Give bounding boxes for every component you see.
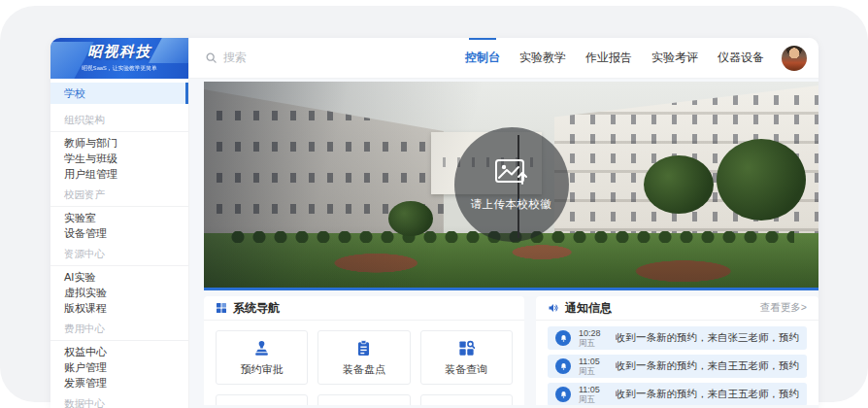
sidebar-section-data: 数据中心 — [50, 391, 188, 408]
sidebar-section-resources: 资源中心 — [50, 241, 188, 266]
sidebar-item-labs[interactable]: 实验室 — [50, 210, 188, 225]
system-nav-panel: 系统导航 预约审批 — [204, 296, 524, 405]
notification-time: 11:05 周五 — [579, 385, 608, 405]
grid-search-icon — [457, 339, 476, 357]
sidebar-item-school[interactable]: 学校 — [50, 83, 188, 104]
bell-badge — [555, 358, 571, 374]
main-area: 搜索 控制台 实验教学 作业报告 实验考评 仪器设备 — [189, 38, 818, 408]
bell-icon — [559, 391, 568, 399]
grid-icon — [216, 302, 227, 314]
app-window: 昭视科技 昭视SaaS，让实验教学更简单 学校 组织架构 教师与部门 学生与班级… — [50, 38, 818, 408]
nav-card-query[interactable]: 装备查询 — [420, 330, 513, 385]
nav-card-label: 装备盘点 — [343, 362, 385, 377]
tab-experiment-assessment[interactable]: 实验考评 — [651, 50, 698, 66]
topbar: 搜索 控制台 实验教学 作业报告 实验考评 仪器设备 — [189, 38, 818, 79]
notification-time: 10:28 周五 — [579, 328, 608, 349]
tab-experiment-teaching[interactable]: 实验教学 — [519, 50, 566, 66]
tab-console[interactable]: 控制台 — [465, 50, 500, 66]
system-nav-header: 系统导航 — [204, 296, 524, 321]
search-placeholder: 搜索 — [223, 50, 247, 66]
bell-icon — [559, 334, 568, 343]
notification-text: 收到一条新的预约，来自张三老师，预约单号为：Y-0044，请尽快处理。 — [616, 331, 799, 345]
sidebar-item-courses[interactable]: 版权课程 — [50, 300, 188, 316]
sidebar-item-virtual-lab[interactable]: 虚拟实验 — [50, 285, 188, 300]
brand-tagline: 昭视SaaS，让实验教学更简单 — [70, 65, 169, 73]
notification-title: 通知信息 — [565, 300, 612, 317]
nav-card-partial[interactable] — [317, 394, 410, 405]
tab-homework-report[interactable]: 作业报告 — [585, 50, 632, 66]
upload-school-badge-button[interactable]: 请上传本校校徽 — [454, 127, 569, 242]
sidebar-item-user-groups[interactable]: 用户组管理 — [50, 166, 188, 182]
notification-time: 11:05 周五 — [579, 357, 608, 377]
top-tabs: 控制台 实验教学 作业报告 实验考评 仪器设备 — [465, 50, 764, 66]
bottom-panels: 系统导航 预约审批 — [204, 296, 818, 405]
search-icon — [205, 51, 217, 64]
bell-badge — [555, 387, 571, 402]
content-area: 请上传本校校徽 系统导航 — [189, 79, 818, 408]
sidebar-menu: 学校 组织架构 教师与部门 学生与班级 用户组管理 校园资产 实验室 设备管理 … — [50, 79, 188, 408]
upload-prompt: 请上传本校校徽 — [471, 197, 552, 212]
sidebar-section-billing: 费用中心 — [50, 316, 188, 341]
notification-text: 收到一条新的预约，来自王五老师，预约单号为：Y-0056，请尽快处理。 — [616, 359, 799, 373]
notification-row[interactable]: 11:05 周五 收到一条新的预约，来自王五老师，预约单号为：Y-0056，请尽… — [548, 383, 807, 405]
bell-badge — [555, 330, 571, 346]
notification-row[interactable]: 11:05 周五 收到一条新的预约，来自王五老师，预约单号为：Y-0056，请尽… — [548, 355, 807, 378]
avatar[interactable] — [782, 46, 807, 71]
desktop-frame: 昭视科技 昭视SaaS，让实验教学更简单 学校 组织架构 教师与部门 学生与班级… — [0, 6, 868, 402]
sidebar-item-students[interactable]: 学生与班级 — [50, 151, 188, 166]
nav-card-partial[interactable] — [420, 394, 513, 405]
search-input[interactable]: 搜索 — [205, 50, 247, 66]
nav-card-grid: 预约审批 装备盘点 — [204, 321, 524, 405]
sidebar-item-teachers[interactable]: 教师与部门 — [50, 135, 188, 151]
brand-name: 昭视科技 — [87, 43, 151, 61]
sidebar-item-benefits[interactable]: 权益中心 — [50, 344, 188, 359]
sidebar-item-invoices[interactable]: 发票管理 — [50, 375, 188, 391]
sidebar-item-ai-lab[interactable]: AI实验 — [50, 269, 188, 285]
sidebar-item-account[interactable]: 账户管理 — [50, 359, 188, 375]
speaker-icon — [548, 302, 559, 314]
notification-panel: 通知信息 查看更多> 10:28 — [536, 296, 818, 405]
nav-card-label: 装备查询 — [445, 362, 487, 377]
tab-instruments[interactable]: 仪器设备 — [718, 50, 764, 66]
sidebar-section-assets: 校园资产 — [50, 182, 188, 207]
notification-list: 10:28 周五 收到一条新的预约，来自张三老师，预约单号为：Y-0044，请尽… — [536, 321, 818, 405]
nav-card-approval[interactable]: 预约审批 — [216, 330, 308, 385]
system-nav-title: 系统导航 — [233, 300, 280, 317]
nav-card-label: 预约审批 — [241, 362, 284, 377]
sidebar-item-device-mgmt[interactable]: 设备管理 — [50, 225, 188, 241]
sidebar-section-org: 组织架构 — [50, 107, 188, 132]
image-upload-icon — [493, 157, 530, 188]
stamp-icon — [252, 339, 271, 357]
nav-card-partial[interactable] — [216, 394, 308, 405]
nav-card-inventory[interactable]: 装备盘点 — [317, 330, 410, 385]
notification-text: 收到一条新的预约，来自王五老师，预约单号为：Y-0056，请尽快处理。 — [616, 388, 799, 401]
notification-row[interactable]: 10:28 周五 收到一条新的预约，来自张三老师，预约单号为：Y-0044，请尽… — [548, 326, 807, 350]
brand-logo: 昭视科技 昭视SaaS，让实验教学更简单 — [50, 38, 188, 79]
sidebar: 昭视科技 昭视SaaS，让实验教学更简单 学校 组织架构 教师与部门 学生与班级… — [50, 38, 189, 408]
notification-header: 通知信息 查看更多> — [536, 296, 818, 321]
view-more-link[interactable]: 查看更多> — [760, 301, 807, 315]
campus-photo: 请上传本校校徽 — [204, 82, 818, 290]
bell-icon — [559, 362, 568, 371]
clipboard-icon — [354, 339, 373, 357]
